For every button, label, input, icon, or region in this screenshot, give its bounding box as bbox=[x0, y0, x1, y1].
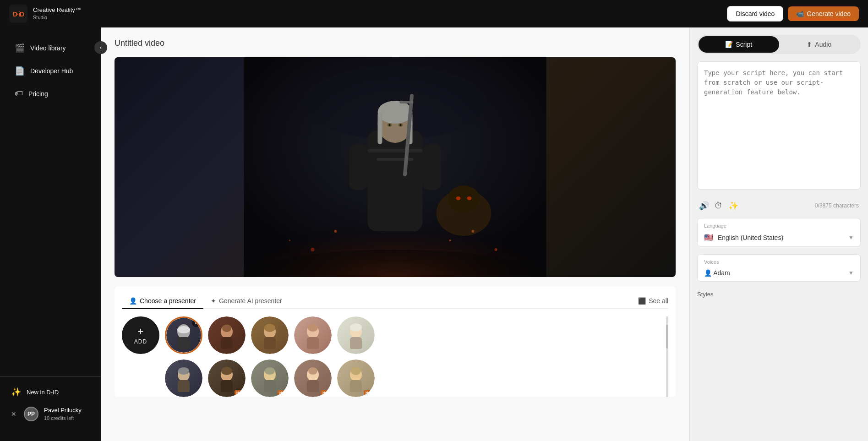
svg-rect-59 bbox=[350, 380, 362, 392]
avatar-item-2[interactable] bbox=[208, 316, 246, 354]
sidebar-toggle[interactable]: ‹ bbox=[94, 41, 107, 54]
person-voice-icon: 👤 bbox=[704, 269, 713, 277]
avatars-row-2: HQ HQ bbox=[122, 359, 668, 397]
avatar-item-5[interactable] bbox=[337, 316, 375, 354]
avatar-item-7[interactable]: HQ bbox=[208, 359, 246, 397]
volume-icon-btn[interactable]: 🔊 bbox=[699, 201, 709, 211]
svg-point-54 bbox=[265, 367, 275, 375]
voice-chevron-icon: ▼ bbox=[848, 270, 854, 276]
topbar: D·iD Creative Reality™ Studio Discard vi… bbox=[0, 0, 868, 27]
ai-gen-icon: ✦ bbox=[211, 297, 216, 305]
avatar: PP bbox=[24, 407, 38, 421]
svg-point-51 bbox=[221, 367, 232, 375]
avatar-item-8[interactable]: HQ bbox=[251, 359, 289, 397]
svg-rect-53 bbox=[264, 380, 276, 392]
generate-icon: 📹 bbox=[796, 10, 804, 17]
avatars-container: + ADD ✕ bbox=[122, 316, 668, 397]
language-selector[interactable]: Language 🇺🇸 English (United States) ▼ bbox=[697, 218, 861, 247]
tab-generate-ai[interactable]: ✦ Generate AI presenter bbox=[203, 294, 289, 309]
magic-icon-btn[interactable]: ✨ bbox=[728, 201, 738, 211]
hq-badge-9: HQ bbox=[321, 390, 330, 395]
svg-point-45 bbox=[350, 323, 362, 332]
language-select[interactable]: 🇺🇸 English (United States) ▼ bbox=[698, 230, 860, 246]
new-in-did[interactable]: ✨ New in D-ID bbox=[0, 382, 101, 402]
video-preview bbox=[115, 57, 676, 277]
generate-button[interactable]: 📹 Generate video bbox=[788, 6, 859, 21]
svg-point-57 bbox=[308, 367, 317, 375]
avatars-row-1: + ADD ✕ bbox=[122, 316, 668, 354]
topbar-right: Discard video 📹 Generate video bbox=[727, 6, 859, 22]
script-icon: 📝 bbox=[725, 41, 733, 48]
main-layout: ‹ 🎬 Video library 📄 Developer Hub 🏷 Pric… bbox=[0, 27, 868, 441]
pricing-icon: 🏷 bbox=[15, 89, 23, 98]
avatar-item-3[interactable] bbox=[251, 316, 289, 354]
avatar-item-10[interactable]: HQ bbox=[337, 359, 375, 397]
developer-hub-icon: 📄 bbox=[15, 66, 25, 76]
video-title: Untitled video bbox=[115, 38, 676, 48]
sidebar-item-pricing[interactable]: 🏷 Pricing bbox=[4, 83, 97, 104]
svg-rect-50 bbox=[221, 380, 233, 392]
avatar-item-1[interactable]: ✕ bbox=[165, 316, 202, 354]
presenter-tabs: 👤 Choose a presenter ✦ Generate AI prese… bbox=[122, 294, 668, 309]
timer-icon-btn[interactable]: ⏱ bbox=[715, 201, 723, 211]
sidebar-item-developer-hub[interactable]: 📄 Developer Hub bbox=[4, 60, 97, 82]
svg-rect-32 bbox=[177, 337, 190, 349]
svg-rect-47 bbox=[178, 380, 190, 392]
svg-point-33 bbox=[177, 326, 190, 333]
script-footer: 🔊 ⏱ ✨ 0/3875 characters bbox=[697, 197, 861, 211]
new-in-did-icon: ✨ bbox=[11, 387, 21, 397]
topbar-left: D·iD Creative Reality™ Studio bbox=[9, 5, 81, 23]
svg-rect-41 bbox=[307, 337, 319, 349]
svg-point-39 bbox=[264, 324, 275, 332]
voices-selector[interactable]: Voices 👤 Adam ▼ bbox=[697, 254, 861, 282]
scroll-thumb bbox=[666, 325, 668, 349]
svg-point-42 bbox=[308, 324, 318, 332]
hq-badge-7: HQ bbox=[235, 390, 244, 395]
svg-point-36 bbox=[222, 325, 231, 332]
person-icon: 👤 bbox=[129, 297, 137, 305]
char-count: 0/3875 characters bbox=[815, 202, 859, 209]
voice-select[interactable]: 👤 Adam ▼ bbox=[698, 267, 860, 281]
audio-icon: ⬆ bbox=[807, 41, 812, 48]
avatar-item-4[interactable] bbox=[294, 316, 332, 354]
tab-choose-presenter[interactable]: 👤 Choose a presenter bbox=[122, 294, 203, 309]
user-profile[interactable]: ✕ PP Pavel Prilucky 10 credits left bbox=[0, 402, 101, 426]
avatar-item-6[interactable] bbox=[165, 359, 202, 397]
svg-point-60 bbox=[351, 367, 361, 375]
sidebar-bottom: ✨ New in D-ID ✕ PP Pavel Prilucky 10 cre… bbox=[0, 376, 101, 432]
svg-text:D·iD: D·iD bbox=[13, 11, 24, 18]
styles-label: Styles bbox=[697, 289, 861, 299]
see-all-button[interactable]: ⬛ See all bbox=[638, 294, 668, 308]
script-icons: 🔊 ⏱ ✨ bbox=[699, 201, 738, 211]
scroll-bar[interactable] bbox=[666, 316, 668, 397]
flag-icon: 🇺🇸 bbox=[704, 234, 713, 241]
logo-text: Creative Reality™ Studio bbox=[33, 6, 81, 21]
svg-rect-35 bbox=[221, 337, 233, 349]
see-all-icon: ⬛ bbox=[638, 297, 646, 305]
video-library-icon: 🎬 bbox=[15, 43, 25, 53]
voices-label: Voices bbox=[698, 255, 860, 267]
tab-audio[interactable]: ⬆ Audio bbox=[779, 36, 860, 53]
add-label: ADD bbox=[134, 338, 147, 345]
svg-rect-38 bbox=[264, 337, 276, 349]
script-input[interactable] bbox=[697, 61, 861, 190]
sidebar-item-video-library[interactable]: 🎬 Video library bbox=[4, 38, 97, 59]
add-presenter-button[interactable]: + ADD bbox=[122, 316, 159, 354]
avatar-item-9[interactable]: HQ bbox=[294, 359, 332, 397]
tab-script[interactable]: 📝 Script bbox=[699, 36, 779, 53]
content-area: Untitled video bbox=[101, 27, 689, 441]
plus-icon: + bbox=[138, 326, 144, 338]
avatar-close-btn-1[interactable]: ✕ bbox=[192, 319, 200, 327]
discard-button[interactable]: Discard video bbox=[727, 6, 783, 22]
svg-point-48 bbox=[178, 367, 189, 375]
x-icon: ✕ bbox=[11, 410, 16, 418]
script-audio-tabs: 📝 Script ⬆ Audio bbox=[697, 35, 861, 54]
chevron-down-icon: ▼ bbox=[848, 234, 854, 241]
svg-rect-56 bbox=[307, 380, 319, 392]
language-label: Language bbox=[698, 218, 860, 230]
right-panel: 📝 Script ⬆ Audio 🔊 ⏱ ✨ 0/3875 characters… bbox=[689, 27, 868, 441]
presenter-section: 👤 Choose a presenter ✦ Generate AI prese… bbox=[115, 286, 676, 397]
sidebar: ‹ 🎬 Video library 📄 Developer Hub 🏷 Pric… bbox=[0, 27, 101, 441]
logo-icon: D·iD bbox=[9, 5, 27, 23]
svg-rect-44 bbox=[350, 337, 362, 349]
